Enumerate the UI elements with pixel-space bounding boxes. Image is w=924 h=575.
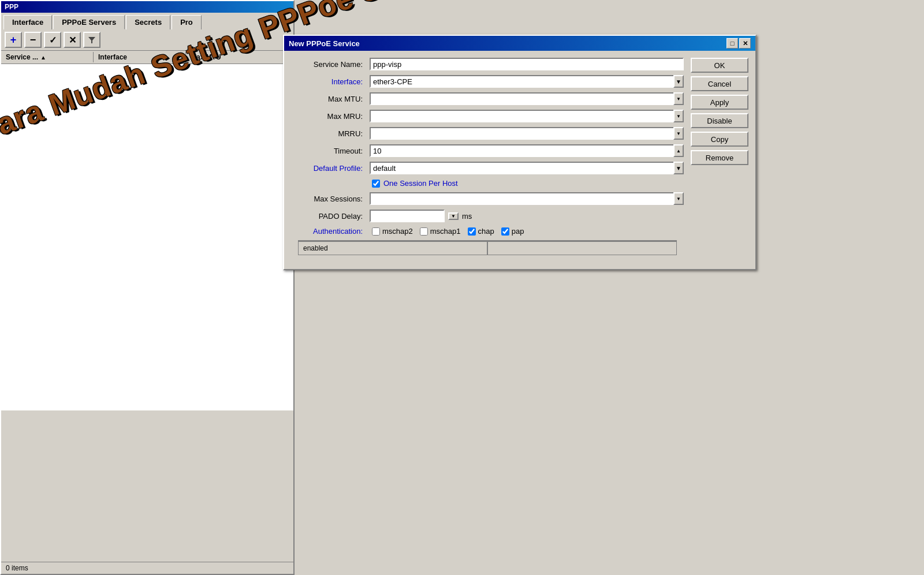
pado-delay-dropdown-button[interactable]: ▼	[448, 212, 459, 220]
max-mtu-label: Max MTU:	[291, 95, 366, 103]
max-sessions-dropdown-button[interactable]: ▼	[673, 192, 684, 205]
pado-delay-label: PADO Delay:	[291, 212, 366, 221]
ppp-titlebar: PPP	[1, 1, 293, 13]
status-bar: 0 items	[1, 562, 293, 574]
copy-button[interactable]: Copy	[691, 132, 748, 147]
timeout-row: Timeout: ▲	[291, 144, 684, 157]
footer-status-left: enabled	[298, 241, 487, 255]
dialog-titlebar: New PPPoE Service □ ✕	[284, 36, 755, 51]
one-session-label[interactable]: One Session Per Host	[383, 179, 458, 188]
max-mru-dropdown-button[interactable]: ▼	[673, 110, 684, 122]
max-mru-label: Max MRU:	[291, 112, 366, 121]
pado-delay-input[interactable]	[370, 210, 445, 222]
default-profile-label: Default Profile:	[291, 164, 366, 173]
ppp-window: PPP Interface PPPoE Servers Secrets Pro …	[0, 0, 295, 575]
table-header: Service ... ▲ Interface Max MTU	[1, 51, 293, 64]
col-service: Service ... ▲	[1, 52, 94, 62]
dialog-form: Service Name: Interface: ▼ Max MTU: ▼	[291, 58, 684, 262]
mrru-dropdown-button[interactable]: ▼	[673, 127, 684, 140]
tab-pppoe-servers[interactable]: PPPoE Servers	[53, 15, 125, 29]
timeout-input-wrap: ▲	[370, 144, 684, 157]
timeout-up-button[interactable]: ▲	[673, 144, 684, 157]
mschap2-checkbox[interactable]	[372, 227, 380, 236]
cancel-dialog-button[interactable]: Cancel	[691, 76, 748, 91]
tab-pro[interactable]: Pro	[172, 15, 202, 29]
dialog: New PPPoE Service □ ✕ Service Name: Inte…	[283, 35, 757, 270]
max-mtu-row: Max MTU: ▼	[291, 92, 684, 105]
mrru-label: MRRU:	[291, 129, 366, 138]
one-session-checkbox[interactable]	[372, 180, 380, 188]
col-interface: Interface	[94, 52, 186, 62]
interface-row: Interface: ▼	[291, 75, 684, 88]
max-sessions-input-wrap: ▼	[370, 192, 684, 205]
max-mru-input[interactable]	[370, 110, 673, 122]
cancel-button[interactable]: ✕	[64, 32, 81, 48]
auth-items: mschap2 mschap1 chap	[372, 227, 524, 236]
one-session-row: One Session Per Host	[291, 179, 684, 188]
max-mtu-dropdown-button[interactable]: ▼	[673, 92, 684, 105]
table-content	[1, 64, 293, 410]
ppp-tabs: Interface PPPoE Servers Secrets Pro	[1, 13, 293, 29]
ok-button[interactable]: OK	[691, 58, 748, 73]
col-max-mtu: Max MTU	[186, 52, 293, 62]
auth-pap: pap	[501, 227, 524, 236]
mschap1-checkbox[interactable]	[420, 227, 428, 236]
dialog-title: New PPPoE Service	[289, 39, 360, 48]
dialog-body: Service Name: Interface: ▼ Max MTU: ▼	[284, 51, 755, 269]
dialog-minimize-button[interactable]: □	[726, 38, 738, 48]
default-profile-dropdown-button[interactable]: ▼	[673, 162, 684, 174]
disable-button[interactable]: Disable	[691, 113, 748, 128]
mschap2-label[interactable]: mschap2	[382, 227, 413, 236]
interface-input-wrap: ▼	[370, 75, 684, 88]
auth-chap: chap	[468, 227, 494, 236]
mrru-input[interactable]	[370, 127, 673, 140]
chap-label[interactable]: chap	[478, 227, 494, 236]
default-profile-input-wrap: ▼	[370, 162, 684, 174]
tab-interface[interactable]: Interface	[3, 15, 52, 29]
pado-delay-row: PADO Delay: ▼ ms	[291, 210, 684, 222]
tab-secrets[interactable]: Secrets	[126, 15, 170, 29]
timeout-label: Timeout:	[291, 147, 366, 155]
default-profile-row: Default Profile: ▼	[291, 162, 684, 174]
remove-button[interactable]: −	[24, 32, 42, 48]
max-sessions-input[interactable]	[370, 192, 673, 205]
add-button[interactable]: +	[5, 32, 22, 48]
mschap1-label[interactable]: mschap1	[430, 227, 461, 236]
check-button[interactable]: ✓	[44, 32, 61, 48]
ppp-title: PPP	[5, 3, 18, 11]
dialog-close-button[interactable]: ✕	[739, 38, 751, 48]
service-name-row: Service Name:	[291, 58, 684, 70]
chap-checkbox[interactable]	[468, 227, 476, 236]
mrru-row: MRRU: ▼	[291, 127, 684, 140]
default-profile-input[interactable]	[370, 162, 673, 174]
max-sessions-label: Max Sessions:	[291, 195, 366, 203]
timeout-input[interactable]	[370, 144, 673, 157]
dialog-buttons: OK Cancel Apply Disable Copy Remove	[691, 58, 748, 262]
interface-dropdown-button[interactable]: ▼	[673, 75, 684, 88]
max-sessions-row: Max Sessions: ▼	[291, 192, 684, 205]
apply-button[interactable]: Apply	[691, 95, 748, 110]
interface-input[interactable]	[370, 75, 673, 88]
sort-icon: ▲	[40, 54, 46, 61]
pap-checkbox[interactable]	[501, 227, 509, 236]
max-mru-input-wrap: ▼	[370, 110, 684, 122]
max-mtu-input-wrap: ▼	[370, 92, 684, 105]
authentication-row: Authentication: mschap2 mschap1	[291, 227, 684, 236]
mrru-input-wrap: ▼	[370, 127, 684, 140]
pado-unit: ms	[462, 212, 472, 221]
filter-button[interactable]	[83, 32, 100, 48]
max-mtu-input[interactable]	[370, 92, 673, 105]
max-mru-row: Max MRU: ▼	[291, 110, 684, 122]
dialog-footer: enabled	[298, 240, 677, 255]
svg-marker-0	[88, 37, 95, 43]
dialog-title-buttons: □ ✕	[726, 38, 751, 48]
toolbar: + − ✓ ✕	[1, 29, 293, 51]
authentication-label: Authentication:	[291, 227, 366, 236]
service-name-label: Service Name:	[291, 60, 366, 69]
filter-icon	[88, 36, 96, 44]
items-count: 0 items	[6, 564, 28, 572]
service-name-input[interactable]	[370, 58, 684, 70]
remove-dialog-button[interactable]: Remove	[691, 150, 748, 165]
auth-mschap2: mschap2	[372, 227, 413, 236]
pap-label[interactable]: pap	[512, 227, 524, 236]
